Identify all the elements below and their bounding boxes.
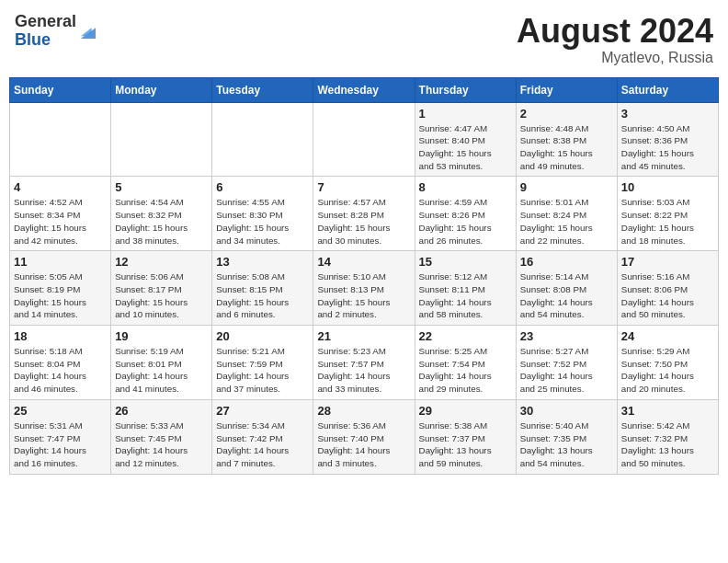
day-info: Sunrise: 4:50 AM Sunset: 8:36 PM Dayligh… [621, 122, 714, 173]
day-info: Sunrise: 5:06 AM Sunset: 8:17 PM Dayligh… [115, 270, 208, 321]
day-info: Sunrise: 5:25 AM Sunset: 7:54 PM Dayligh… [419, 345, 512, 396]
header-saturday: Saturday [617, 77, 718, 102]
title-block: August 2024 Myatlevo, Russia [517, 13, 713, 66]
day-info: Sunrise: 5:03 AM Sunset: 8:22 PM Dayligh… [621, 196, 714, 247]
calendar-cell: 6Sunrise: 4:55 AM Sunset: 8:30 PM Daylig… [212, 177, 313, 251]
day-number: 28 [317, 404, 410, 418]
day-number: 21 [317, 329, 410, 343]
calendar-cell: 11Sunrise: 5:05 AM Sunset: 8:19 PM Dayli… [10, 251, 111, 326]
day-number: 10 [621, 180, 714, 194]
day-number: 19 [115, 329, 208, 343]
day-info: Sunrise: 5:34 AM Sunset: 7:42 PM Dayligh… [216, 419, 309, 470]
calendar-week-2: 4Sunrise: 4:52 AM Sunset: 8:34 PM Daylig… [10, 177, 719, 251]
day-number: 22 [419, 329, 512, 343]
calendar-cell: 29Sunrise: 5:38 AM Sunset: 7:37 PM Dayli… [415, 399, 516, 474]
logo-icon [78, 21, 98, 41]
header-sunday: Sunday [10, 77, 111, 102]
calendar-cell: 8Sunrise: 4:59 AM Sunset: 8:26 PM Daylig… [415, 177, 516, 251]
header-wednesday: Wednesday [313, 77, 415, 102]
day-info: Sunrise: 4:55 AM Sunset: 8:30 PM Dayligh… [216, 196, 309, 247]
calendar-week-1: 1Sunrise: 4:47 AM Sunset: 8:40 PM Daylig… [10, 102, 719, 177]
day-number: 2 [520, 107, 613, 121]
calendar-cell: 4Sunrise: 4:52 AM Sunset: 8:34 PM Daylig… [10, 177, 111, 251]
day-info: Sunrise: 5:27 AM Sunset: 7:52 PM Dayligh… [520, 345, 613, 396]
day-number: 26 [115, 404, 208, 418]
day-info: Sunrise: 5:29 AM Sunset: 7:50 PM Dayligh… [621, 345, 714, 396]
calendar-cell: 2Sunrise: 4:48 AM Sunset: 8:38 PM Daylig… [516, 102, 617, 177]
svg-marker-1 [81, 28, 92, 36]
day-info: Sunrise: 5:21 AM Sunset: 7:59 PM Dayligh… [216, 345, 309, 396]
header-thursday: Thursday [415, 77, 516, 102]
calendar-cell [10, 102, 111, 177]
day-number: 24 [621, 329, 714, 343]
day-number: 31 [621, 404, 714, 418]
calendar-cell: 12Sunrise: 5:06 AM Sunset: 8:17 PM Dayli… [111, 251, 212, 326]
calendar-cell [111, 102, 212, 177]
day-number: 4 [14, 180, 107, 194]
day-number: 9 [520, 180, 613, 194]
day-info: Sunrise: 5:10 AM Sunset: 8:13 PM Dayligh… [317, 270, 410, 321]
day-info: Sunrise: 4:59 AM Sunset: 8:26 PM Dayligh… [419, 196, 512, 247]
day-info: Sunrise: 5:14 AM Sunset: 8:08 PM Dayligh… [520, 270, 613, 321]
page-header: General Blue August 2024 Myatlevo, Russi… [9, 9, 719, 70]
calendar-cell [313, 102, 415, 177]
header-friday: Friday [516, 77, 617, 102]
calendar-cell: 21Sunrise: 5:23 AM Sunset: 7:57 PM Dayli… [313, 326, 415, 400]
day-number: 30 [520, 404, 613, 418]
calendar-week-4: 18Sunrise: 5:18 AM Sunset: 8:04 PM Dayli… [10, 326, 719, 400]
day-info: Sunrise: 5:19 AM Sunset: 8:01 PM Dayligh… [115, 345, 208, 396]
day-info: Sunrise: 5:38 AM Sunset: 7:37 PM Dayligh… [419, 419, 512, 470]
calendar-cell: 1Sunrise: 4:47 AM Sunset: 8:40 PM Daylig… [415, 102, 516, 177]
calendar-cell: 3Sunrise: 4:50 AM Sunset: 8:36 PM Daylig… [617, 102, 718, 177]
day-info: Sunrise: 4:47 AM Sunset: 8:40 PM Dayligh… [419, 122, 512, 173]
day-info: Sunrise: 5:40 AM Sunset: 7:35 PM Dayligh… [520, 419, 613, 470]
calendar-table: SundayMondayTuesdayWednesdayThursdayFrid… [9, 77, 719, 475]
day-number: 25 [14, 404, 107, 418]
day-number: 8 [419, 180, 512, 194]
calendar-cell: 30Sunrise: 5:40 AM Sunset: 7:35 PM Dayli… [516, 399, 617, 474]
day-info: Sunrise: 4:54 AM Sunset: 8:32 PM Dayligh… [115, 196, 208, 247]
day-number: 16 [520, 255, 613, 269]
calendar-cell: 13Sunrise: 5:08 AM Sunset: 8:15 PM Dayli… [212, 251, 313, 326]
header-monday: Monday [111, 77, 212, 102]
day-number: 27 [216, 404, 309, 418]
logo: General Blue [15, 13, 98, 50]
day-number: 13 [216, 255, 309, 269]
calendar-cell: 5Sunrise: 4:54 AM Sunset: 8:32 PM Daylig… [111, 177, 212, 251]
day-number: 7 [317, 180, 410, 194]
calendar-cell: 18Sunrise: 5:18 AM Sunset: 8:04 PM Dayli… [10, 326, 111, 400]
day-number: 20 [216, 329, 309, 343]
day-info: Sunrise: 5:05 AM Sunset: 8:19 PM Dayligh… [14, 270, 107, 321]
calendar-title: August 2024 [517, 13, 713, 50]
day-number: 12 [115, 255, 208, 269]
calendar-week-5: 25Sunrise: 5:31 AM Sunset: 7:47 PM Dayli… [10, 399, 719, 474]
calendar-cell: 15Sunrise: 5:12 AM Sunset: 8:11 PM Dayli… [415, 251, 516, 326]
calendar-cell: 9Sunrise: 5:01 AM Sunset: 8:24 PM Daylig… [516, 177, 617, 251]
calendar-cell: 24Sunrise: 5:29 AM Sunset: 7:50 PM Dayli… [617, 326, 718, 400]
calendar-cell: 17Sunrise: 5:16 AM Sunset: 8:06 PM Dayli… [617, 251, 718, 326]
calendar-location: Myatlevo, Russia [517, 50, 713, 66]
day-number: 29 [419, 404, 512, 418]
day-info: Sunrise: 5:08 AM Sunset: 8:15 PM Dayligh… [216, 270, 309, 321]
day-info: Sunrise: 5:23 AM Sunset: 7:57 PM Dayligh… [317, 345, 410, 396]
day-info: Sunrise: 5:42 AM Sunset: 7:32 PM Dayligh… [621, 419, 714, 470]
calendar-cell: 28Sunrise: 5:36 AM Sunset: 7:40 PM Dayli… [313, 399, 415, 474]
calendar-cell: 16Sunrise: 5:14 AM Sunset: 8:08 PM Dayli… [516, 251, 617, 326]
day-info: Sunrise: 5:01 AM Sunset: 8:24 PM Dayligh… [520, 196, 613, 247]
logo-blue: Blue [15, 30, 51, 49]
calendar-cell: 31Sunrise: 5:42 AM Sunset: 7:32 PM Dayli… [617, 399, 718, 474]
calendar-cell: 20Sunrise: 5:21 AM Sunset: 7:59 PM Dayli… [212, 326, 313, 400]
calendar-cell: 19Sunrise: 5:19 AM Sunset: 8:01 PM Dayli… [111, 326, 212, 400]
day-number: 17 [621, 255, 714, 269]
day-info: Sunrise: 4:52 AM Sunset: 8:34 PM Dayligh… [14, 196, 107, 247]
day-number: 5 [115, 180, 208, 194]
calendar-week-3: 11Sunrise: 5:05 AM Sunset: 8:19 PM Dayli… [10, 251, 719, 326]
day-info: Sunrise: 4:57 AM Sunset: 8:28 PM Dayligh… [317, 196, 410, 247]
day-number: 18 [14, 329, 107, 343]
day-number: 15 [419, 255, 512, 269]
day-info: Sunrise: 5:16 AM Sunset: 8:06 PM Dayligh… [621, 270, 714, 321]
calendar-cell: 14Sunrise: 5:10 AM Sunset: 8:13 PM Dayli… [313, 251, 415, 326]
day-info: Sunrise: 5:33 AM Sunset: 7:45 PM Dayligh… [115, 419, 208, 470]
calendar-cell [212, 102, 313, 177]
calendar-cell: 23Sunrise: 5:27 AM Sunset: 7:52 PM Dayli… [516, 326, 617, 400]
